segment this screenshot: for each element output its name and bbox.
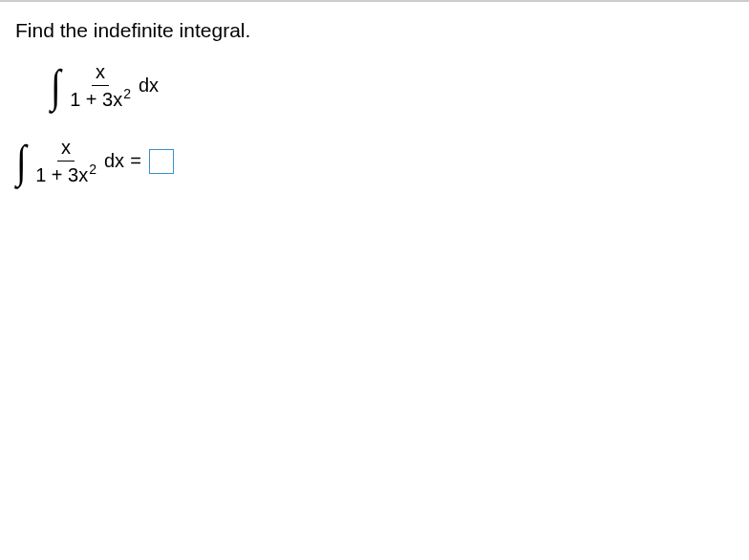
exponent: 2 bbox=[89, 162, 96, 177]
denominator-base: 1 + 3x bbox=[70, 89, 122, 110]
answer-input[interactable] bbox=[149, 149, 174, 174]
equals-sign: = bbox=[130, 150, 141, 172]
problem-prompt: Find the indefinite integral. bbox=[15, 19, 734, 42]
fraction: x 1 + 3x2 bbox=[66, 59, 135, 112]
denominator-base: 1 + 3x bbox=[35, 164, 88, 185]
denominator: 1 + 3x2 bbox=[66, 86, 135, 112]
differential: dx bbox=[139, 75, 159, 97]
answer-row: ∫ x 1 + 3x2 dx = bbox=[15, 135, 734, 187]
fraction: x 1 + 3x2 bbox=[32, 135, 100, 187]
numerator: x bbox=[57, 135, 75, 162]
integral-expression: ∫ x 1 + 3x2 dx bbox=[50, 59, 734, 112]
integral-symbol: ∫ bbox=[16, 139, 27, 184]
numerator: x bbox=[92, 59, 109, 86]
exponent: 2 bbox=[123, 86, 131, 101]
differential: dx bbox=[104, 150, 124, 172]
integral-symbol: ∫ bbox=[51, 63, 61, 109]
denominator: 1 + 3x2 bbox=[32, 162, 100, 187]
